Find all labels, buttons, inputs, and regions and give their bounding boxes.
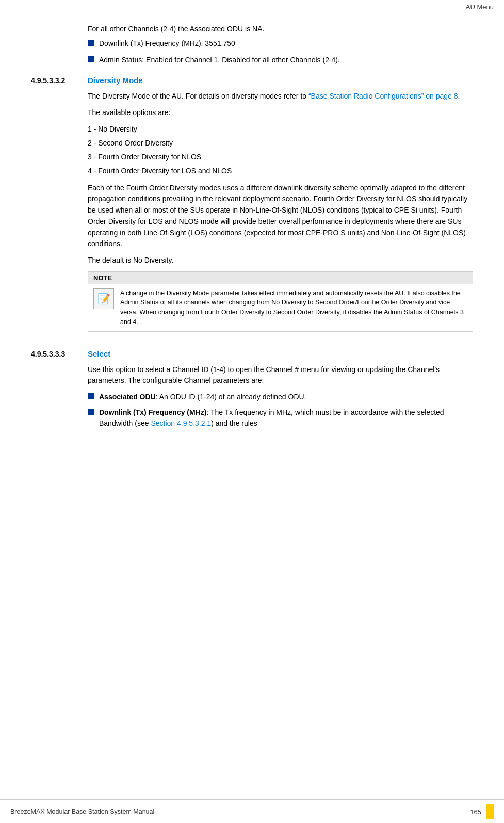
section2-bullet2-term: Downlink (Tx) Frequency (MHz)	[99, 408, 206, 416]
section2-title: Select	[88, 349, 110, 358]
bullet2-text: Admin Status: Enabled for Channel 1, Dis…	[99, 55, 340, 66]
section1-default: The default is No Diversity.	[88, 255, 473, 266]
section2-para1: Use this option to select a Channel ID (…	[88, 364, 473, 386]
section1-para1-after: .	[458, 92, 460, 100]
section1-body: The Diversity Mode of the AU. For detail…	[88, 91, 473, 331]
page-header: AU Menu	[0, 0, 504, 14]
bullet1-text: Downlink (Tx) Frequency (MHz): 3551.750	[99, 38, 235, 50]
footer-accent	[486, 804, 494, 819]
section2-bullet1-text: Associated ODU: An ODU ID (1-24) of an a…	[99, 392, 306, 403]
section1-para3: Each of the Fourth Order Diversity modes…	[88, 183, 473, 250]
note-content: 📝 A change in the Diversity Mode paramet…	[88, 284, 473, 331]
note-icon: 📝	[93, 288, 114, 309]
options-list: 1 - No Diversity 2 - Second Order Divers…	[88, 124, 473, 176]
section1-para2: The available options are:	[88, 107, 473, 119]
footer-right: 165	[470, 804, 494, 819]
page-footer: BreezeMAX Modular Base Station System Ma…	[0, 799, 504, 823]
section1-number: 4.9.5.3.3.2	[31, 76, 83, 85]
section2-bullet2-link[interactable]: Section 4.9.5.3.2.1	[151, 419, 211, 427]
footer-page: 165	[470, 808, 481, 816]
footer-left: BreezeMAX Modular Base Station System Ma…	[10, 808, 154, 815]
section1-heading: 4.9.5.3.3.2 Diversity Mode	[31, 76, 473, 85]
bullet-icon-2	[88, 56, 94, 62]
section2-body: Use this option to select a Channel ID (…	[88, 364, 473, 429]
note-box: NOTE 📝 A change in the Diversity Mode pa…	[88, 271, 473, 332]
section2-bullet2-after: ) and the rules	[211, 419, 257, 427]
note-text: A change in the Diversity Mode parameter…	[120, 288, 467, 327]
option-item-2: 2 - Second Order Diversity	[88, 138, 473, 149]
main-content: For all other Channels (2-4) the Associa…	[0, 14, 504, 799]
section2-bullet1: Associated ODU: An ODU ID (1-24) of an a…	[88, 392, 473, 403]
note-header: NOTE	[88, 272, 473, 284]
option-item-4: 4 - Fourth Order Diversity for LOS and N…	[88, 166, 473, 176]
page-container: AU Menu For all other Channels (2-4) the…	[0, 0, 504, 823]
section1-para1-link[interactable]: “Base Station Radio Configurations” on p…	[308, 92, 458, 100]
section2-number: 4.9.5.3.3.3	[31, 349, 83, 358]
section1-title: Diversity Mode	[88, 76, 143, 85]
bullet-icon-3	[88, 393, 94, 399]
header-title: AU Menu	[466, 3, 494, 11]
option-item-3: 3 - Fourth Order Diversity for NLOS	[88, 152, 473, 163]
section2-bullet2: Downlink (Tx) Frequency (MHz): The Tx fr…	[88, 407, 473, 429]
section1-para1-before: The Diversity Mode of the AU. For detail…	[88, 92, 308, 100]
section1-para1: The Diversity Mode of the AU. For detail…	[88, 91, 473, 102]
section2-bullet1-term: Associated ODU	[99, 393, 156, 401]
option-item-1: 1 - No Diversity	[88, 124, 473, 135]
intro-text: For all other Channels (2-4) the Associa…	[88, 25, 473, 33]
section2-bullet2-text: Downlink (Tx) Frequency (MHz): The Tx fr…	[99, 407, 473, 429]
bullet-icon-1	[88, 40, 94, 46]
bullet-icon-4	[88, 409, 94, 415]
section2-heading: 4.9.5.3.3.3 Select	[31, 349, 473, 358]
section2-bullet1-rest: : An ODU ID (1-24) of an already defined…	[156, 393, 306, 401]
